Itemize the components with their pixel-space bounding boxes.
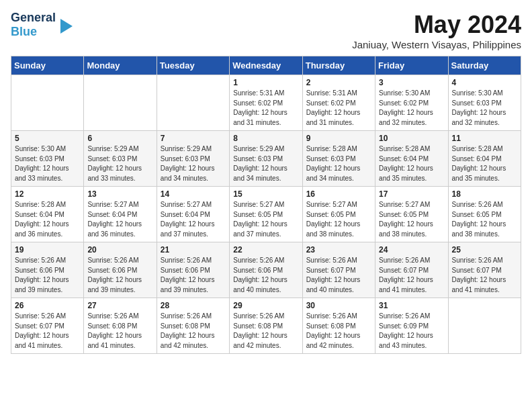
calendar-week-4: 19Sunrise: 5:26 AM Sunset: 6:06 PM Dayli… (11, 242, 521, 298)
day-info: Sunrise: 5:26 AM Sunset: 6:08 PM Dayligh… (233, 312, 298, 351)
calendar-cell: 30Sunrise: 5:26 AM Sunset: 6:08 PM Dayli… (302, 298, 375, 354)
day-number: 14 (161, 189, 226, 199)
calendar-cell: 9Sunrise: 5:28 AM Sunset: 6:03 PM Daylig… (302, 131, 375, 187)
calendar-cell (84, 75, 157, 131)
day-number: 16 (306, 189, 371, 199)
day-info: Sunrise: 5:28 AM Sunset: 6:04 PM Dayligh… (15, 200, 80, 239)
calendar-week-2: 5Sunrise: 5:30 AM Sunset: 6:03 PM Daylig… (11, 131, 521, 187)
day-info: Sunrise: 5:26 AM Sunset: 6:06 PM Dayligh… (87, 256, 152, 295)
day-number: 25 (452, 245, 517, 255)
calendar-cell: 19Sunrise: 5:26 AM Sunset: 6:06 PM Dayli… (11, 242, 84, 298)
day-info: Sunrise: 5:31 AM Sunset: 6:02 PM Dayligh… (233, 89, 298, 128)
calendar-cell: 2Sunrise: 5:31 AM Sunset: 6:02 PM Daylig… (302, 75, 375, 131)
calendar-cell: 29Sunrise: 5:26 AM Sunset: 6:08 PM Dayli… (230, 298, 302, 354)
day-info: Sunrise: 5:27 AM Sunset: 6:04 PM Dayligh… (161, 200, 226, 239)
calendar-cell: 5Sunrise: 5:30 AM Sunset: 6:03 PM Daylig… (11, 131, 84, 187)
day-header-tuesday: Tuesday (157, 56, 229, 75)
day-info: Sunrise: 5:29 AM Sunset: 6:03 PM Dayligh… (161, 144, 226, 183)
calendar-cell: 6Sunrise: 5:29 AM Sunset: 6:03 PM Daylig… (84, 131, 157, 187)
day-number: 24 (379, 245, 444, 255)
calendar-cell: 17Sunrise: 5:27 AM Sunset: 6:05 PM Dayli… (375, 187, 448, 242)
day-number: 6 (87, 134, 152, 143)
day-number: 27 (87, 301, 152, 310)
day-number: 31 (379, 301, 444, 310)
day-number: 1 (233, 78, 298, 87)
day-number: 19 (15, 245, 80, 255)
calendar-cell: 26Sunrise: 5:26 AM Sunset: 6:07 PM Dayli… (11, 298, 84, 354)
calendar-cell: 16Sunrise: 5:27 AM Sunset: 6:05 PM Dayli… (302, 187, 375, 242)
logo: General Blue (11, 11, 73, 39)
day-info: Sunrise: 5:26 AM Sunset: 6:07 PM Dayligh… (379, 256, 444, 295)
month-year-title: May 2024 (352, 11, 521, 39)
calendar-cell: 20Sunrise: 5:26 AM Sunset: 6:06 PM Dayli… (84, 242, 157, 298)
calendar-cell: 12Sunrise: 5:28 AM Sunset: 6:04 PM Dayli… (11, 187, 84, 242)
day-info: Sunrise: 5:30 AM Sunset: 6:02 PM Dayligh… (379, 89, 444, 128)
day-number: 29 (233, 301, 298, 310)
day-info: Sunrise: 5:26 AM Sunset: 6:06 PM Dayligh… (161, 256, 226, 295)
day-header-saturday: Saturday (448, 56, 521, 75)
calendar-cell: 8Sunrise: 5:29 AM Sunset: 6:03 PM Daylig… (230, 131, 302, 187)
calendar-cell (157, 75, 229, 131)
day-info: Sunrise: 5:30 AM Sunset: 6:03 PM Dayligh… (452, 89, 517, 128)
logo-general: General (11, 11, 56, 25)
day-header-friday: Friday (375, 56, 448, 75)
day-info: Sunrise: 5:26 AM Sunset: 6:08 PM Dayligh… (161, 312, 226, 351)
day-info: Sunrise: 5:29 AM Sunset: 6:03 PM Dayligh… (87, 144, 152, 183)
calendar-cell: 13Sunrise: 5:27 AM Sunset: 6:04 PM Dayli… (84, 187, 157, 242)
day-info: Sunrise: 5:26 AM Sunset: 6:08 PM Dayligh… (306, 312, 371, 351)
day-number: 30 (306, 301, 371, 310)
calendar-cell: 1Sunrise: 5:31 AM Sunset: 6:02 PM Daylig… (230, 75, 302, 131)
day-info: Sunrise: 5:26 AM Sunset: 6:09 PM Dayligh… (379, 312, 444, 351)
calendar-cell: 21Sunrise: 5:26 AM Sunset: 6:06 PM Dayli… (157, 242, 229, 298)
calendar-week-3: 12Sunrise: 5:28 AM Sunset: 6:04 PM Dayli… (11, 187, 521, 242)
calendar-cell: 25Sunrise: 5:26 AM Sunset: 6:07 PM Dayli… (448, 242, 521, 298)
calendar-cell: 4Sunrise: 5:30 AM Sunset: 6:03 PM Daylig… (448, 75, 521, 131)
calendar-cell: 10Sunrise: 5:28 AM Sunset: 6:04 PM Dayli… (375, 131, 448, 187)
day-number: 17 (379, 189, 444, 199)
day-info: Sunrise: 5:28 AM Sunset: 6:03 PM Dayligh… (306, 144, 371, 183)
day-number: 22 (233, 245, 298, 255)
day-info: Sunrise: 5:26 AM Sunset: 6:08 PM Dayligh… (87, 312, 152, 351)
calendar-table: SundayMondayTuesdayWednesdayThursdayFrid… (11, 56, 521, 354)
day-info: Sunrise: 5:26 AM Sunset: 6:05 PM Dayligh… (452, 200, 517, 239)
day-number: 21 (161, 245, 226, 255)
calendar-cell: 31Sunrise: 5:26 AM Sunset: 6:09 PM Dayli… (375, 298, 448, 354)
calendar-cell: 14Sunrise: 5:27 AM Sunset: 6:04 PM Dayli… (157, 187, 229, 242)
day-info: Sunrise: 5:26 AM Sunset: 6:07 PM Dayligh… (306, 256, 371, 295)
location-subtitle: Janiuay, Western Visayas, Philippines (352, 39, 521, 50)
calendar-cell: 24Sunrise: 5:26 AM Sunset: 6:07 PM Dayli… (375, 242, 448, 298)
calendar-cell: 11Sunrise: 5:28 AM Sunset: 6:04 PM Dayli… (448, 131, 521, 187)
day-number: 28 (161, 301, 226, 310)
day-number: 15 (233, 189, 298, 199)
day-info: Sunrise: 5:27 AM Sunset: 6:05 PM Dayligh… (379, 200, 444, 239)
calendar-cell: 7Sunrise: 5:29 AM Sunset: 6:03 PM Daylig… (157, 131, 229, 187)
calendar-cell (11, 75, 84, 131)
day-info: Sunrise: 5:31 AM Sunset: 6:02 PM Dayligh… (306, 89, 371, 128)
day-info: Sunrise: 5:27 AM Sunset: 6:05 PM Dayligh… (306, 200, 371, 239)
day-number: 3 (379, 78, 444, 87)
page-header: General Blue May 2024 Janiuay, Western V… (11, 11, 521, 50)
calendar-cell: 27Sunrise: 5:26 AM Sunset: 6:08 PM Dayli… (84, 298, 157, 354)
day-header-wednesday: Wednesday (230, 56, 302, 75)
day-number: 5 (15, 134, 80, 143)
day-number: 4 (452, 78, 517, 87)
day-header-thursday: Thursday (302, 56, 375, 75)
day-number: 23 (306, 245, 371, 255)
calendar-cell: 15Sunrise: 5:27 AM Sunset: 6:05 PM Dayli… (230, 187, 302, 242)
day-info: Sunrise: 5:26 AM Sunset: 6:07 PM Dayligh… (15, 312, 80, 351)
day-number: 2 (306, 78, 371, 87)
calendar-cell: 3Sunrise: 5:30 AM Sunset: 6:02 PM Daylig… (375, 75, 448, 131)
day-number: 18 (452, 189, 517, 199)
day-info: Sunrise: 5:26 AM Sunset: 6:06 PM Dayligh… (233, 256, 298, 295)
day-info: Sunrise: 5:28 AM Sunset: 6:04 PM Dayligh… (452, 144, 517, 183)
day-number: 11 (452, 134, 517, 143)
calendar-cell: 23Sunrise: 5:26 AM Sunset: 6:07 PM Dayli… (302, 242, 375, 298)
day-number: 26 (15, 301, 80, 310)
logo-arrow-icon (60, 19, 73, 34)
day-info: Sunrise: 5:28 AM Sunset: 6:04 PM Dayligh… (379, 144, 444, 183)
day-number: 20 (87, 245, 152, 255)
calendar-week-5: 26Sunrise: 5:26 AM Sunset: 6:07 PM Dayli… (11, 298, 521, 354)
svg-marker-0 (60, 19, 73, 34)
day-info: Sunrise: 5:30 AM Sunset: 6:03 PM Dayligh… (15, 144, 80, 183)
title-section: May 2024 Janiuay, Western Visayas, Phili… (352, 11, 521, 50)
